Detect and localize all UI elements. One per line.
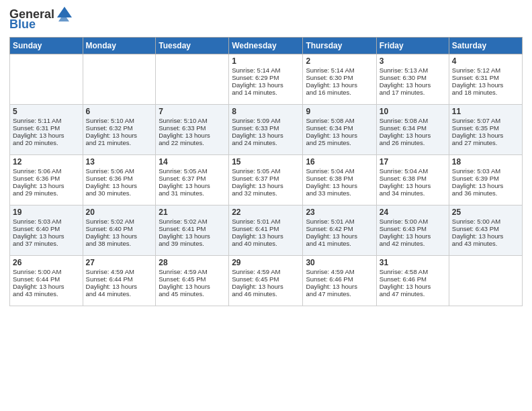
calendar: SundayMondayTuesdayWednesdayThursdayFrid… [9, 37, 523, 306]
day-number: 27 [86, 258, 153, 267]
day-number: 7 [159, 107, 226, 116]
day-info: Daylight: 13 hours [232, 132, 300, 139]
calendar-cell: 26Sunrise: 5:00 AMSunset: 6:44 PMDayligh… [10, 256, 83, 306]
day-info: Sunset: 6:31 PM [452, 74, 519, 81]
calendar-cell: 20Sunrise: 5:02 AMSunset: 6:40 PMDayligh… [83, 205, 156, 256]
svg-marker-1 [58, 17, 69, 21]
day-info: Sunrise: 4:58 AM [380, 268, 446, 275]
calendar-cell: 27Sunrise: 4:59 AMSunset: 6:44 PMDayligh… [83, 256, 156, 306]
calendar-cell: 10Sunrise: 5:08 AMSunset: 6:34 PMDayligh… [376, 105, 449, 155]
day-info: and 14 minutes. [232, 89, 300, 96]
day-info: Sunset: 6:33 PM [232, 124, 300, 132]
calendar-cell: 12Sunrise: 5:06 AMSunset: 6:36 PMDayligh… [10, 155, 83, 205]
svg-marker-0 [57, 7, 72, 17]
day-info: Sunrise: 5:05 AM [159, 167, 226, 175]
day-number: 16 [306, 157, 373, 167]
day-info: Sunset: 6:43 PM [380, 225, 446, 232]
day-header-thursday: Thursday [303, 38, 376, 54]
day-info: and 38 minutes. [86, 240, 153, 247]
calendar-cell: 21Sunrise: 5:02 AMSunset: 6:41 PMDayligh… [156, 205, 229, 256]
calendar-header-row: SundayMondayTuesdayWednesdayThursdayFrid… [10, 38, 523, 54]
day-info: Sunset: 6:36 PM [13, 175, 80, 182]
day-info: Sunrise: 4:59 AM [86, 268, 153, 275]
day-info: Daylight: 13 hours [86, 132, 153, 139]
day-number: 10 [380, 107, 446, 116]
day-header-tuesday: Tuesday [156, 38, 229, 54]
day-info: Sunset: 6:34 PM [380, 124, 446, 132]
day-number: 15 [232, 157, 300, 167]
day-info: Daylight: 13 hours [86, 283, 153, 290]
day-info: Daylight: 13 hours [306, 283, 373, 290]
day-number: 30 [306, 258, 373, 267]
day-info: and 17 minutes. [380, 89, 446, 96]
day-info: Daylight: 13 hours [306, 132, 373, 139]
day-info: Sunrise: 5:07 AM [452, 117, 519, 124]
day-number: 31 [380, 258, 446, 267]
calendar-cell: 4Sunrise: 5:12 AMSunset: 6:31 PMDaylight… [449, 54, 522, 105]
day-info: Daylight: 13 hours [380, 182, 446, 189]
day-info: Sunrise: 5:02 AM [86, 218, 153, 225]
day-number: 29 [232, 258, 300, 267]
day-info: and 24 minutes. [232, 139, 300, 146]
day-info: Sunset: 6:30 PM [380, 74, 446, 81]
day-info: Daylight: 13 hours [452, 81, 519, 89]
calendar-cell: 5Sunrise: 5:11 AMSunset: 6:31 PMDaylight… [10, 105, 83, 155]
day-info: and 16 minutes. [306, 89, 373, 96]
day-info: Sunrise: 5:00 AM [452, 218, 519, 225]
day-info: Sunrise: 4:59 AM [306, 268, 373, 275]
day-info: Sunrise: 5:14 AM [232, 66, 300, 74]
day-header-wednesday: Wednesday [229, 38, 303, 54]
calendar-cell: 30Sunrise: 4:59 AMSunset: 6:46 PMDayligh… [303, 256, 376, 306]
day-number: 20 [86, 208, 153, 217]
day-header-monday: Monday [83, 38, 156, 54]
day-info: Sunrise: 5:00 AM [13, 268, 80, 275]
day-info: Sunset: 6:32 PM [86, 124, 153, 132]
day-info: Sunrise: 5:08 AM [380, 117, 446, 124]
day-info: Daylight: 13 hours [232, 182, 300, 189]
day-info: Sunrise: 5:09 AM [232, 117, 300, 124]
day-header-saturday: Saturday [449, 38, 522, 54]
day-info: Sunrise: 5:13 AM [380, 66, 446, 74]
day-info: Daylight: 13 hours [232, 232, 300, 240]
calendar-cell: 22Sunrise: 5:01 AMSunset: 6:41 PMDayligh… [229, 205, 303, 256]
day-info: Sunset: 6:38 PM [306, 175, 373, 182]
logo-icon [56, 4, 73, 21]
day-info: and 40 minutes. [232, 240, 300, 247]
day-number: 23 [306, 208, 373, 217]
day-info: Daylight: 13 hours [13, 182, 80, 189]
day-number: 3 [380, 56, 446, 66]
day-info: Sunrise: 5:00 AM [380, 218, 446, 225]
day-info: Daylight: 13 hours [452, 182, 519, 189]
calendar-cell [10, 54, 83, 105]
day-info: Sunset: 6:35 PM [452, 124, 519, 132]
day-number: 6 [86, 107, 153, 116]
day-number: 8 [232, 107, 300, 116]
day-number: 28 [159, 258, 226, 267]
calendar-cell: 3Sunrise: 5:13 AMSunset: 6:30 PMDaylight… [376, 54, 449, 105]
day-info: Sunrise: 5:02 AM [159, 218, 226, 225]
day-info: Daylight: 13 hours [380, 132, 446, 139]
day-info: and 26 minutes. [380, 139, 446, 146]
day-number: 21 [159, 208, 226, 217]
day-info: Sunset: 6:42 PM [306, 225, 373, 232]
day-info: Sunrise: 5:03 AM [452, 167, 519, 175]
day-header-friday: Friday [376, 38, 449, 54]
day-info: Sunset: 6:45 PM [232, 275, 300, 283]
calendar-cell: 2Sunrise: 5:14 AMSunset: 6:30 PMDaylight… [303, 54, 376, 105]
day-info: Sunrise: 5:06 AM [13, 167, 80, 175]
day-info: and 44 minutes. [86, 290, 153, 298]
calendar-cell: 16Sunrise: 5:04 AMSunset: 6:38 PMDayligh… [303, 155, 376, 205]
day-info: Sunrise: 4:59 AM [159, 268, 226, 275]
calendar-cell [156, 54, 229, 105]
day-info: and 43 minutes. [13, 290, 80, 298]
day-info: and 47 minutes. [380, 290, 446, 298]
header: General Blue [9, 7, 523, 32]
day-info: Sunset: 6:36 PM [86, 175, 153, 182]
day-info: Sunrise: 5:04 AM [306, 167, 373, 175]
day-number: 5 [13, 107, 80, 116]
day-info: and 30 minutes. [86, 189, 153, 197]
day-info: Sunset: 6:30 PM [306, 74, 373, 81]
day-info: and 45 minutes. [159, 290, 226, 298]
day-info: and 22 minutes. [159, 139, 226, 146]
day-info: Daylight: 13 hours [306, 182, 373, 189]
